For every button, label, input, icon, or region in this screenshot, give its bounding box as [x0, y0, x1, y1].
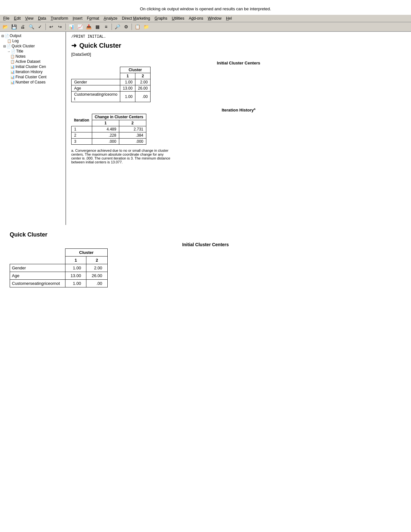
iter-row3-c2: .000	[119, 139, 146, 145]
dataset-label: [DataSet0]	[71, 52, 406, 57]
toolbar-search[interactable]: 🔍	[27, 23, 35, 30]
sidebar-item-iteration-history[interactable]: 📊 Iteration History	[0, 69, 65, 74]
menu-analyze[interactable]: Analyze	[102, 15, 120, 21]
change-cluster-header: Change in Cluster Centers	[92, 114, 146, 120]
toolbar-chart2[interactable]: 📈	[76, 23, 84, 30]
toolbar-open[interactable]: 📂	[1, 23, 9, 30]
footnote-marker-a: a	[254, 107, 255, 111]
sidebar-item-output[interactable]: ⊟ 📄 Output	[0, 33, 65, 38]
toolbar-file2[interactable]: 📁	[142, 23, 150, 30]
bottom-initial-cluster-table: Cluster 1 2 Gender 1.00 2.00 Age 13.00 2…	[10, 248, 108, 287]
sidebar-item-log[interactable]: 📋 Log	[0, 38, 65, 44]
sidebar-item-title[interactable]: → 📄 Title	[0, 49, 65, 54]
output-doc-icon: 📄	[5, 34, 9, 38]
print-command: /PRINT INITIAL.	[71, 34, 406, 39]
active-dataset-icon: 📋	[10, 60, 15, 64]
iter-row3-c1: .000	[92, 139, 119, 145]
toolbar: 📂 💾 🖨 🔍 ✓ ↩ ↪ 📊 📈 📥 ▦ ≡ 🔎 ⚙ 📋 📁	[0, 22, 411, 32]
toolbar-eq[interactable]: ≡	[102, 23, 110, 30]
menu-insert[interactable]: Insert	[71, 15, 84, 21]
iter-row2-label: 2	[72, 132, 92, 139]
row-age-label: Age	[72, 85, 120, 92]
sidebar-item-notes[interactable]: 📋 Notes	[0, 54, 65, 59]
table-row: Gender 1.00 2.00	[10, 264, 108, 272]
menu-view[interactable]: View	[23, 15, 35, 21]
bottom-empty-header	[10, 249, 65, 256]
iter-col1-header: 1	[92, 120, 119, 126]
initial-cluster-centers-table: Cluster 1 2 Gender 1.00 2.00 Age 13.00 2…	[71, 67, 151, 102]
bottom-col2-header: 2	[86, 256, 108, 264]
arrow-title-icon: →	[7, 50, 10, 53]
quick-cluster-title-label: Quick Cluster	[79, 42, 121, 49]
toolbar-separator-4	[132, 24, 132, 30]
final-cluster-icon: 📊	[10, 75, 15, 79]
iter-row2-c2: .384	[119, 132, 146, 139]
table-row: Customerseatingriceornot 1.00 .00	[10, 280, 108, 287]
sidebar-item-log-label: Log	[12, 39, 19, 43]
sidebar-item-final-cluster-label: Final Cluster Cent	[15, 75, 46, 79]
iter-row1-c2: 2.731	[119, 126, 146, 132]
menu-format[interactable]: Format	[85, 15, 101, 21]
bottom-gender-c1: 1.00	[65, 264, 86, 272]
sidebar-item-number-of-cases[interactable]: 📊 Number of Cases	[0, 80, 65, 85]
arrow-right-icon: ➜	[71, 42, 77, 49]
bottom-gender-c2: 2.00	[86, 264, 108, 272]
toolbar-copy2[interactable]: 📋	[133, 23, 141, 30]
menu-graphs[interactable]: Graphs	[153, 15, 169, 21]
sidebar-item-initial-cluster[interactable]: 📊 Initial Cluster Cen	[0, 64, 65, 69]
toolbar-export[interactable]: 📥	[85, 23, 93, 30]
page-description: On clicking ok output window is opened a…	[0, 0, 411, 15]
sidebar-item-quick-cluster[interactable]: ⊟ 📄 Quick Cluster	[0, 44, 65, 49]
toolbar-settings[interactable]: ⚙	[122, 23, 130, 30]
bottom-age-c1: 13.00	[65, 272, 86, 280]
bottom-qc-title: Quick Cluster	[10, 231, 401, 238]
bottom-age-label: Age	[10, 272, 65, 280]
menu-direct-marketing[interactable]: Direct Marketing	[120, 15, 152, 21]
row-age-c1: 13.00	[120, 85, 135, 92]
table-row: Age 13.00 26.00	[72, 85, 151, 92]
menu-file[interactable]: File	[1, 15, 11, 21]
row-customer-label: Customerseatingriceornot	[72, 92, 120, 102]
toolbar-table[interactable]: ▦	[93, 23, 101, 30]
sidebar-item-title-label: Title	[16, 49, 23, 53]
bottom-customer-c1: 1.00	[65, 280, 86, 287]
row-customer-c2: .00	[135, 92, 151, 102]
toolbar-separator-3	[112, 24, 112, 30]
row-gender-label: Gender	[72, 79, 120, 85]
sidebar-item-active-dataset[interactable]: 📋 Active Dataset	[0, 59, 65, 64]
toolbar-undo[interactable]: ↩	[47, 23, 55, 30]
expand-qc-icon: ⊟	[3, 44, 6, 48]
toolbar-redo[interactable]: ↪	[56, 23, 64, 30]
menu-transform[interactable]: Transform	[49, 15, 70, 21]
title-doc-icon: 📄	[11, 49, 15, 53]
col1-header: 1	[120, 73, 135, 79]
content-area: /PRINT INITIAL. ➜ Quick Cluster [DataSet…	[66, 32, 411, 225]
menu-window[interactable]: Window	[206, 15, 223, 21]
row-gender-c1: 1.00	[120, 79, 135, 85]
table-row: Age 13.00 26.00	[10, 272, 108, 280]
menubar: File Edit View Data Transform Insert For…	[0, 15, 411, 22]
quick-cluster-heading: ➜ Quick Cluster	[71, 42, 406, 49]
initial-cluster-centers-title: Initial Cluster Centers	[71, 61, 406, 65]
menu-edit[interactable]: Edit	[12, 15, 23, 21]
toolbar-print[interactable]: 🖨	[19, 23, 26, 30]
bottom-gender-label: Gender	[10, 264, 65, 272]
row-customer-c1: 1.00	[120, 92, 135, 102]
bottom-customer-c2: .00	[86, 280, 108, 287]
menu-data[interactable]: Data	[36, 15, 48, 21]
initial-cluster-icon: 📊	[10, 65, 15, 69]
sidebar-item-number-of-cases-label: Number of Cases	[15, 80, 45, 84]
notes-icon: 📋	[10, 54, 15, 59]
iteration-history-table: Iteration Change in Cluster Centers 1 2 …	[71, 114, 146, 145]
menu-help[interactable]: Hel	[224, 15, 234, 21]
bottom-initial-cluster-title: Initial Cluster Centers	[10, 242, 401, 247]
toolbar-undo-arrow[interactable]: ✓	[36, 23, 44, 30]
toolbar-chart1[interactable]: 📊	[67, 23, 75, 30]
toolbar-save[interactable]: 💾	[10, 23, 18, 30]
sidebar-item-final-cluster[interactable]: 📊 Final Cluster Cent	[0, 74, 65, 80]
toolbar-search2[interactable]: 🔎	[113, 23, 121, 30]
bottom-col1-header: 1	[65, 256, 86, 264]
menu-utilities[interactable]: Utilities	[170, 15, 186, 21]
menu-addons[interactable]: Add-ons	[187, 15, 205, 21]
expand-output-icon: ⊟	[1, 34, 4, 38]
